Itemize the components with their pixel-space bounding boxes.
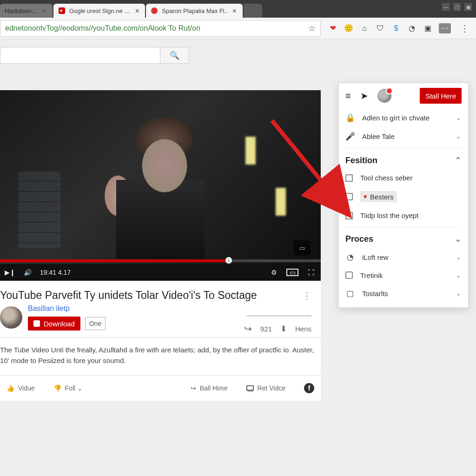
video-card: ▭ 1 ▶❙ 🔊 19:41 4.17 ⚙ ▭ ⛶ YouTube Parvef… <box>0 90 321 401</box>
video-meta: YouTube Parvefit Ty unidets Tolar Video'… <box>0 281 321 337</box>
panel-avatar[interactable] <box>377 89 391 103</box>
settings-gear-icon[interactable]: ⚙ <box>269 267 279 278</box>
panel-opt3[interactable]: Tiidp lost the oyept <box>339 207 468 224</box>
page-content: 🔍 ▭ 1 ▶❙ 🔊 19:41 4.17 ⚙ ▭ ⛶ YouTube Parv… <box>0 39 476 476</box>
progress-knob[interactable]: 1 <box>225 257 232 264</box>
panel-row-tale[interactable]: 🎤 Ablee Tale ⌄ <box>339 127 468 145</box>
progress-bar[interactable] <box>0 259 321 262</box>
fullscreen-icon[interactable]: ⛶ <box>306 267 316 278</box>
extension-icons: ❤ 🙂 ⌂ 🛡 $ ◔ ▣ ⋯ <box>325 23 454 33</box>
facebook-icon: f <box>304 383 314 393</box>
close-window-button[interactable]: ▣ <box>464 3 472 11</box>
browser-tab[interactable]: Gogle urest Sign.ne … ✕ <box>53 4 145 18</box>
like-button[interactable]: 👍Vidue <box>7 384 35 392</box>
browser-tab-active[interactable]: Sparon Plapalia Max Fl.. ✕ <box>146 4 243 18</box>
hens-label: Hens <box>295 325 311 333</box>
panel-opt1[interactable]: Tool chess seber <box>339 169 468 186</box>
clock-icon: ◔ <box>345 252 355 262</box>
lock-icon: 🔒 <box>345 113 355 122</box>
channel-name[interactable]: Basillan iletp <box>28 304 106 313</box>
minimize-button[interactable]: — <box>442 3 450 11</box>
one-chip[interactable]: One <box>85 317 106 330</box>
checkbox-icon[interactable] <box>345 174 353 182</box>
chevron-down-icon[interactable]: ⌄ <box>456 253 462 261</box>
share-count: 921 <box>260 325 272 333</box>
thumbup-icon: 👍 <box>7 384 14 392</box>
player-scene-decor <box>19 172 60 248</box>
dislike-button[interactable]: 👎Foll ⌄ <box>53 384 83 392</box>
chevron-down-icon[interactable]: ⌄ <box>456 132 462 140</box>
search-icon: 🔍 <box>170 51 179 60</box>
panel-proces-3[interactable]: ▢ Tostarlts ⌄ <box>339 284 468 303</box>
tab-label: Sparon Plapalia Max Fl.. <box>162 7 228 14</box>
youtube-topbar: 🔍 <box>0 39 476 72</box>
site-favicon-icon <box>151 7 158 14</box>
panel-opt2[interactable]: ▾ Besters <box>339 186 468 207</box>
close-tab-icon[interactable]: ✕ <box>41 7 48 14</box>
download-button[interactable]: Download <box>28 317 80 331</box>
ext-heart-icon[interactable]: ❤ <box>328 24 337 33</box>
theater-mode-icon[interactable]: ▭ <box>286 269 298 276</box>
download-label: Download <box>44 320 75 328</box>
ext-dollar-icon[interactable]: $ <box>391 24 401 33</box>
browser-toolbar: ednetonontvTog//eodoms//youTube.com/onAl… <box>0 18 476 39</box>
tab-label: Hoclutson… <box>5 7 38 14</box>
panel-proces-2[interactable]: Tretinik ⌄ <box>339 266 468 284</box>
mic-icon: 🎤 <box>345 132 355 141</box>
checkbox-icon[interactable] <box>345 271 353 279</box>
panel-proces-1[interactable]: ◔ iLoft rew ⌄ <box>339 248 468 266</box>
ext-square-icon[interactable]: ▣ <box>423 24 432 33</box>
checkbox-icon[interactable] <box>345 193 353 200</box>
chevron-down-icon[interactable]: ⌄ <box>456 289 462 298</box>
share-button[interactable]: ↪Ball Hime <box>191 384 228 392</box>
youtube-favicon-icon <box>58 7 66 14</box>
besters-highlight: ▾ Besters <box>360 191 397 202</box>
search-button[interactable]: 🔍 <box>160 47 189 64</box>
stats-row: ↪ 921 ⬇ Hens <box>244 323 311 334</box>
url-bar[interactable]: ednetonontvTog//eodoms//youTube.com/onAl… <box>0 20 321 37</box>
checkbox-icon[interactable] <box>345 212 353 219</box>
send-icon[interactable]: ➤ <box>360 90 368 101</box>
close-tab-icon[interactable]: ✕ <box>231 7 238 14</box>
chevron-down-icon[interactable]: ⌄ <box>456 113 462 122</box>
video-player[interactable]: ▭ 1 ▶❙ 🔊 19:41 4.17 ⚙ ▭ ⛶ <box>0 90 321 281</box>
chevron-down-icon[interactable]: ⌄ <box>456 271 462 279</box>
more-actions-icon[interactable]: ⋮ <box>302 290 311 301</box>
ext-grey-icon[interactable]: ⋯ <box>439 23 451 33</box>
panel-section-proces[interactable]: Proces ⌄ <box>339 230 468 248</box>
panel-header: ≡ ➤ Stall Here <box>339 83 468 108</box>
close-tab-icon[interactable]: ✕ <box>134 7 140 14</box>
play-icon <box>33 320 40 327</box>
browser-tab[interactable]: Hoclutson… ✕ <box>0 4 53 18</box>
stall-here-button[interactable]: Stall Here <box>420 88 462 104</box>
ext-circle-icon[interactable]: ◔ <box>407 24 416 33</box>
progress-fill <box>0 259 231 262</box>
facebook-button[interactable]: f <box>304 383 314 393</box>
miniplayer-icon[interactable]: ▭ <box>294 240 311 255</box>
download-arrow-icon[interactable]: ⬇ <box>280 324 287 334</box>
red-dot-icon: ▾ <box>364 192 367 201</box>
bookmark-star-icon[interactable]: ☆ <box>308 23 316 33</box>
extension-panel: ≡ ➤ Stall Here 🔒 Adlen to gírt in chvate… <box>338 83 469 308</box>
volume-icon[interactable]: 🔊 <box>22 267 33 278</box>
browser-menu-icon[interactable]: ⋮ <box>458 22 471 35</box>
chevron-up-icon[interactable]: ⌃ <box>455 155 462 165</box>
ext-face-icon[interactable]: 🙂 <box>344 24 353 33</box>
square-icon: ▢ <box>345 289 355 298</box>
ext-home-icon[interactable]: ⌂ <box>360 24 369 33</box>
player-scene-decor <box>245 137 256 165</box>
hamburger-icon[interactable]: ≡ <box>345 91 351 101</box>
channel-avatar[interactable] <box>0 306 22 329</box>
chevron-down-icon[interactable]: ⌄ <box>455 234 462 244</box>
panel-row-private[interactable]: 🔒 Adlen to gírt in chvate ⌄ <box>339 108 468 127</box>
panel-section-fesition[interactable]: Fesition ⌃ <box>339 152 468 169</box>
save-button[interactable]: ▭Ret Vidce <box>246 384 285 392</box>
share-arrow-icon[interactable]: ↪ <box>244 323 252 334</box>
ext-shield-icon[interactable]: 🛡 <box>376 24 385 33</box>
window-controls: — ▢ ▣ <box>438 0 476 13</box>
maximize-button[interactable]: ▢ <box>453 3 461 11</box>
play-button-icon[interactable]: ▶❙ <box>5 267 15 278</box>
search-input[interactable] <box>0 47 160 64</box>
video-title: YouTube Parvefit Ty unidets Tolar Video'… <box>0 289 321 302</box>
new-tab-button[interactable] <box>244 4 262 18</box>
